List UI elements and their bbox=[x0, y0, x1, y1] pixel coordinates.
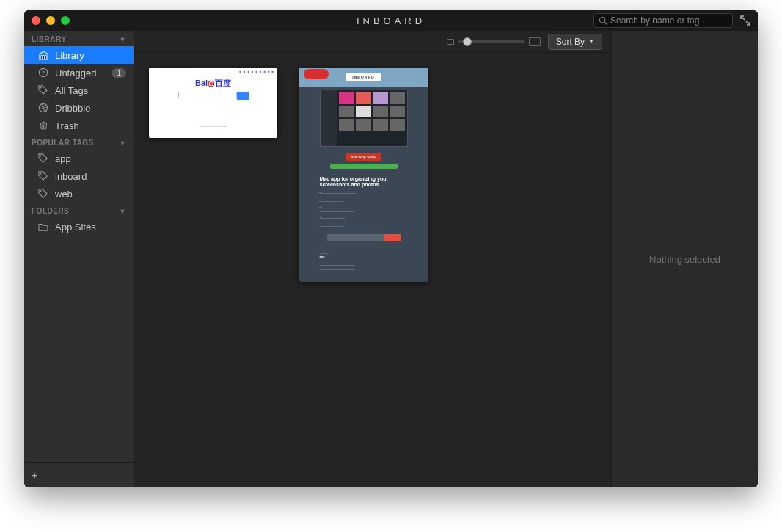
dribbble-icon bbox=[37, 102, 49, 114]
sidebar-item-label: Dribbble bbox=[55, 103, 126, 114]
tag-icon bbox=[37, 84, 49, 96]
sidebar: LIBRARY ▼ Library ? Untagged 1 All Tags … bbox=[24, 31, 134, 487]
sidebar-item-dribbble[interactable]: Dribbble bbox=[24, 99, 134, 117]
sidebar-item-all-tags[interactable]: All Tags bbox=[24, 81, 134, 99]
svg-point-0 bbox=[600, 18, 606, 23]
sort-by-label: Sort By bbox=[556, 37, 585, 47]
chevron-down-icon: ▼ bbox=[120, 139, 126, 147]
section-header-library[interactable]: LIBRARY ▼ bbox=[24, 31, 134, 46]
library-icon bbox=[37, 49, 49, 61]
tag-icon bbox=[37, 153, 49, 164]
main-area: Sort By ▼ ■ ■ ■ ■ ■ ■ ■ ■ ■ Bai◎百度 ——— —… bbox=[134, 31, 611, 487]
sidebar-item-label: web bbox=[55, 189, 126, 200]
thumbnail-item[interactable]: INBOARD Mac App Store Mac app for organi… bbox=[299, 68, 428, 282]
svg-point-8 bbox=[40, 190, 41, 192]
add-button[interactable]: + bbox=[32, 469, 38, 481]
search-field[interactable] bbox=[593, 13, 733, 28]
chevron-down-icon: ▼ bbox=[120, 208, 126, 215]
sidebar-item-label: Library bbox=[55, 50, 126, 61]
sidebar-item-label: All Tags bbox=[55, 85, 126, 96]
section-label: FOLDERS bbox=[32, 207, 69, 215]
large-grid-icon bbox=[529, 37, 541, 46]
svg-text:?: ? bbox=[42, 70, 45, 76]
svg-point-6 bbox=[40, 155, 41, 156]
thumbnails-grid: ■ ■ ■ ■ ■ ■ ■ ■ ■ Bai◎百度 ——— ——— ——— ———… bbox=[134, 53, 611, 487]
zoom-icon[interactable] bbox=[61, 16, 70, 25]
slider-knob[interactable] bbox=[463, 37, 472, 46]
toolbar: Sort By ▼ bbox=[134, 31, 611, 53]
svg-point-7 bbox=[40, 172, 41, 174]
count-badge: 1 bbox=[112, 68, 126, 78]
search-icon bbox=[599, 16, 607, 25]
thumbnail-item[interactable]: ■ ■ ■ ■ ■ ■ ■ ■ ■ Bai◎百度 ——— ——— ——— ———… bbox=[149, 68, 277, 138]
section-header-popular-tags[interactable]: POPULAR TAGS ▼ bbox=[24, 134, 134, 150]
small-grid-icon bbox=[447, 39, 454, 45]
sidebar-item-label: Trash bbox=[55, 120, 126, 131]
chevron-down-icon: ▼ bbox=[588, 38, 594, 45]
sidebar-item-label: app bbox=[55, 153, 126, 164]
chevron-down-icon: ▼ bbox=[120, 36, 126, 43]
search-input[interactable] bbox=[610, 15, 728, 26]
thumbnail-size-slider[interactable] bbox=[447, 37, 541, 46]
sidebar-item-library[interactable]: Library bbox=[24, 46, 134, 64]
sidebar-tag-inboard[interactable]: inboard bbox=[24, 167, 134, 185]
close-icon[interactable] bbox=[32, 16, 40, 25]
sidebar-tag-app[interactable]: app bbox=[24, 150, 134, 167]
details-panel: Nothing selected bbox=[611, 31, 758, 487]
slider-track[interactable] bbox=[458, 40, 525, 43]
sidebar-tag-web[interactable]: web bbox=[24, 185, 134, 203]
sidebar-folder-app-sites[interactable]: App Sites bbox=[24, 218, 134, 236]
sidebar-item-untagged[interactable]: ? Untagged 1 bbox=[24, 64, 134, 81]
svg-line-1 bbox=[604, 22, 607, 24]
app-window: INBOARD LIBRARY ▼ Library ? Untagged bbox=[24, 10, 758, 487]
minimize-icon[interactable] bbox=[46, 16, 55, 25]
tag-icon bbox=[37, 188, 49, 200]
fullscreen-icon[interactable] bbox=[740, 15, 750, 26]
folder-icon bbox=[37, 221, 49, 233]
section-header-folders[interactable]: FOLDERS ▼ bbox=[24, 203, 134, 218]
titlebar: INBOARD bbox=[24, 10, 758, 31]
trash-icon bbox=[37, 120, 49, 131]
window-controls bbox=[32, 16, 70, 25]
sidebar-item-label: Untagged bbox=[55, 68, 106, 79]
sort-by-dropdown[interactable]: Sort By ▼ bbox=[548, 34, 602, 50]
empty-state-label: Nothing selected bbox=[649, 254, 720, 265]
question-icon: ? bbox=[37, 67, 49, 79]
section-label: LIBRARY bbox=[32, 35, 67, 43]
tag-icon bbox=[37, 170, 49, 182]
sidebar-item-trash[interactable]: Trash bbox=[24, 117, 134, 134]
sidebar-footer: + bbox=[24, 462, 134, 487]
svg-point-4 bbox=[40, 87, 41, 88]
section-label: POPULAR TAGS bbox=[32, 139, 94, 147]
sidebar-item-label: App Sites bbox=[55, 222, 126, 233]
sidebar-item-label: inboard bbox=[55, 171, 126, 182]
